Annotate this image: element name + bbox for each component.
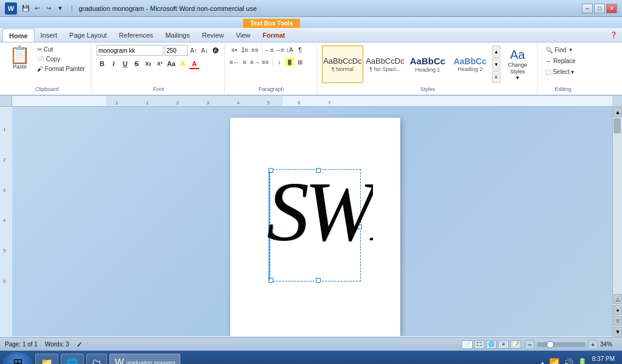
multilevel-list-button[interactable]: ≡≡ xyxy=(250,45,260,55)
subscript-button[interactable]: X₂ xyxy=(143,58,154,69)
vertical-scrollbar[interactable]: ▲ △ ● ▽ ▼ xyxy=(612,107,622,337)
tray-expand-button[interactable]: ▲ xyxy=(539,360,545,365)
scroll-select-browse[interactable]: ● xyxy=(613,305,622,315)
select-icon: ⬚ xyxy=(545,69,551,75)
select-button[interactable]: ⬚ Select ▾ xyxy=(542,67,579,77)
zoom-out-button[interactable]: − xyxy=(525,340,535,349)
style-heading1[interactable]: AaBbCc Heading 1 xyxy=(407,46,448,83)
shading-button[interactable]: ▓ xyxy=(285,57,295,67)
scroll-up-button[interactable]: ▲ xyxy=(613,107,622,117)
change-styles-button[interactable]: Aa ChangeStyles ▼ xyxy=(502,46,533,83)
styles-scroll-up[interactable]: ▲ xyxy=(492,46,501,58)
taskbar-folder-button[interactable]: 🗂 xyxy=(86,354,107,364)
volume-tray-icon[interactable]: 🔊 xyxy=(563,358,573,364)
tab-review[interactable]: Review xyxy=(196,29,230,42)
redo-qa-button[interactable]: ↪ xyxy=(44,4,53,13)
borders-button[interactable]: ⊞ xyxy=(295,57,305,67)
tab-mailings[interactable]: Mailings xyxy=(159,29,196,42)
styles-group-label: Styles xyxy=(318,86,537,92)
print-layout-view-button[interactable]: 📄 xyxy=(462,340,473,349)
zoom-slider-thumb[interactable] xyxy=(547,341,554,348)
taskbar-chrome-button[interactable]: 🌐 xyxy=(61,354,84,364)
draft-view-button[interactable]: 📝 xyxy=(510,340,521,349)
vertical-ruler: 1 2 3 4 5 6 xyxy=(0,107,12,337)
help-icon[interactable]: ❓ xyxy=(610,32,620,38)
handle-bottom-middle[interactable] xyxy=(316,278,321,283)
font-size-input[interactable] xyxy=(165,45,188,56)
tab-insert[interactable]: Insert xyxy=(35,29,64,42)
minimize-button[interactable]: – xyxy=(582,4,593,13)
scroll-thumb[interactable] xyxy=(613,118,621,133)
highlight-color-button[interactable]: A xyxy=(177,58,188,69)
close-button[interactable]: ✕ xyxy=(606,4,617,13)
paste-button[interactable]: 📋 Paste xyxy=(6,45,33,72)
find-button[interactable]: 🔍 Find ▼ xyxy=(542,45,579,55)
separator2 xyxy=(272,57,273,67)
cut-button[interactable]: ✂ Cut xyxy=(35,45,87,54)
taskbar-explorer-button[interactable]: 📁 xyxy=(35,354,58,364)
style-no-spacing[interactable]: AaBbCcDc ¶ No Spaci... xyxy=(364,46,406,83)
taskbar-word-button[interactable]: W graduation monogram... xyxy=(109,354,180,364)
battery-tray-icon[interactable]: 🔋 xyxy=(577,358,587,364)
tab-home[interactable]: Home xyxy=(2,29,35,42)
customize-qa-button[interactable]: ▼ xyxy=(55,4,65,13)
horizontal-ruler-bar: 1 1 2 3 4 5 6 7 xyxy=(0,96,622,107)
proofing-icon: ✓ xyxy=(77,340,83,349)
justify-button[interactable]: ≡≡ xyxy=(261,57,270,67)
tab-view[interactable]: View xyxy=(230,29,257,42)
format-painter-button[interactable]: 🖌 Format Painter xyxy=(35,64,87,73)
style-normal[interactable]: AaBbCcDc ¶ Normal xyxy=(322,46,363,83)
scroll-page-up[interactable]: △ xyxy=(613,294,622,304)
system-clock[interactable]: 8:37 PM 5/6/2013 xyxy=(591,355,615,364)
ruler-right-end xyxy=(612,96,622,106)
restore-button[interactable]: □ xyxy=(594,4,605,13)
font-color-button[interactable]: A xyxy=(189,58,200,69)
web-layout-view-button[interactable]: 🌐 xyxy=(486,340,497,349)
ruler-svg: 1 1 2 3 4 5 6 7 xyxy=(12,96,612,106)
styles-expand[interactable]: ≡ xyxy=(492,71,501,83)
tab-page-layout[interactable]: Page Layout xyxy=(63,29,113,42)
styles-scroll-down[interactable]: ▼ xyxy=(492,58,501,70)
full-screen-view-button[interactable]: ⛶ xyxy=(474,340,485,349)
scroll-down-button[interactable]: ▼ xyxy=(613,327,622,337)
svg-text:5: 5 xyxy=(3,248,6,254)
save-qa-button[interactable]: 💾 xyxy=(21,4,30,13)
increase-font-button[interactable]: A↑ xyxy=(189,46,199,55)
undo-qa-button[interactable]: ↩ xyxy=(32,4,42,13)
line-spacing-button[interactable]: ↕ xyxy=(275,57,284,67)
start-button[interactable]: ⊞ xyxy=(2,352,33,364)
scroll-page-down[interactable]: ▽ xyxy=(613,316,622,326)
text-case-button[interactable]: Aa xyxy=(166,58,177,69)
bold-button[interactable]: B xyxy=(97,58,108,69)
italic-button[interactable]: I xyxy=(108,58,119,69)
text-box-tools-context-tab[interactable]: Text Box Tools xyxy=(243,19,300,28)
align-left-button[interactable]: ≡← xyxy=(230,57,239,67)
sort-button[interactable]: ↕A xyxy=(285,45,295,55)
numbering-button[interactable]: 1≡ xyxy=(240,45,250,55)
decrease-font-button[interactable]: A↓ xyxy=(200,46,210,55)
tab-references[interactable]: References xyxy=(113,29,159,42)
zoom-in-button[interactable]: + xyxy=(588,340,598,349)
style-heading2[interactable]: AaBbCc Heading 2 xyxy=(449,46,491,83)
network-tray-icon[interactable]: 📶 xyxy=(549,358,559,364)
paragraph-group: ≡• 1≡ ≡≡ ←≡ →≡ ↕A ¶ ≡← ≡ ≡→ ≡≡ ↕ ▓ ⊞ Par… xyxy=(226,44,317,93)
bullets-button[interactable]: ≡• xyxy=(230,45,239,55)
title-bar: W 💾 ↩ ↪ ▼ | graduation monogram - Micros… xyxy=(0,0,622,17)
monogram-text-box[interactable]: SWN xyxy=(258,166,373,288)
outline-view-button[interactable]: ≡ xyxy=(498,340,509,349)
underline-button[interactable]: U xyxy=(120,58,131,69)
font-name-input[interactable] xyxy=(97,45,163,56)
zoom-slider[interactable] xyxy=(537,342,586,347)
increase-indent-button[interactable]: →≡ xyxy=(275,45,284,55)
superscript-button[interactable]: X² xyxy=(154,58,165,69)
tab-format[interactable]: Format xyxy=(256,29,291,42)
replace-button[interactable]: ↔ Replace xyxy=(542,56,579,66)
decrease-indent-button[interactable]: ←≡ xyxy=(264,45,274,55)
align-right-button[interactable]: ≡→ xyxy=(250,57,260,67)
show-formatting-button[interactable]: ¶ xyxy=(295,45,305,55)
align-center-button[interactable]: ≡ xyxy=(240,57,250,67)
strikethrough-button[interactable]: S xyxy=(131,58,142,69)
copy-button[interactable]: 📄 Copy xyxy=(35,55,87,64)
clear-format-button[interactable]: 🅐 xyxy=(211,46,220,55)
font-group-label: Font xyxy=(93,86,224,92)
